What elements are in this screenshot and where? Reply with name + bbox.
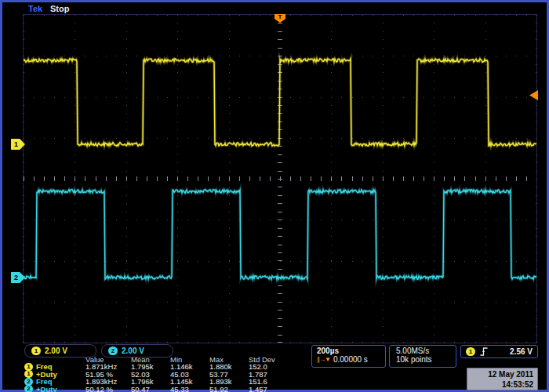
measurement-value: 50.12 % [85, 385, 131, 392]
measurement-row: 1 +Duty 51.95 % 52.03 45.03 53.77 1.787 [24, 370, 297, 377]
acquisition-readout: 5.00MS/s 10k points [389, 345, 456, 368]
measurement-row: 1 Freq 1.871kHz 1.795k 1.146k 1.880k 152… [24, 362, 297, 369]
channel2-badge: 2 [108, 347, 118, 355]
trigger-delay-icon: ∥→▼ [317, 356, 330, 363]
channel1-badge: 1 [31, 347, 41, 355]
measurement-mean: 50.47 [131, 385, 170, 392]
record-length-value: 10k points [396, 355, 456, 364]
acquisition-status: Stop [50, 4, 69, 13]
channel2-scale-value: 2.00 V [122, 347, 144, 355]
measurement-header-row: Value Mean Min Max Std Dev [24, 355, 297, 362]
measurement-min: 45.33 [170, 385, 209, 392]
graticule-display [23, 14, 537, 343]
oscilloscope-screen: Tek Stop T 1 2 1 2.00 V 2 2.00 V Value M… [0, 0, 549, 392]
channel1-scale-value: 2.00 V [45, 347, 67, 355]
trigger-readout: 1 2.56 V [460, 345, 538, 358]
measurement-row: 2 +Duty 50.12 % 50.47 45.33 51.92 1.457 [24, 385, 297, 392]
sample-rate-value: 5.00MS/s [396, 347, 456, 355]
date-value: 12 May 2011 [467, 369, 533, 379]
measurement-row: 2 Freq 1.893kHz 1.796k 1.145k 1.893k 151… [24, 377, 297, 384]
tek-logo: Tek [28, 4, 42, 13]
channel-badge: 2 [24, 385, 33, 392]
measurement-table: Value Mean Min Max Std Dev 1 Freq 1.871k… [24, 355, 297, 392]
trigger-level-value: 2.56 V [510, 347, 533, 356]
horizontal-delay-value: 0.00000 s [333, 355, 368, 364]
rising-edge-icon [480, 347, 488, 356]
measurement-stddev: 1.457 [249, 385, 293, 392]
datetime-readout: 12 May 2011 14:53:52 [467, 368, 538, 390]
measurement-name: +Duty [36, 385, 57, 392]
timebase-value: 200µs [317, 347, 385, 355]
waveform-canvas [24, 15, 536, 343]
top-status-bar: Tek Stop [5, 4, 544, 14]
trigger-source-badge: 1 [466, 347, 475, 356]
horizontal-readout: 200µs ∥→▼ 0.00000 s [311, 345, 386, 368]
time-value: 14:53:52 [467, 379, 533, 390]
measurement-max: 51.92 [209, 385, 249, 392]
